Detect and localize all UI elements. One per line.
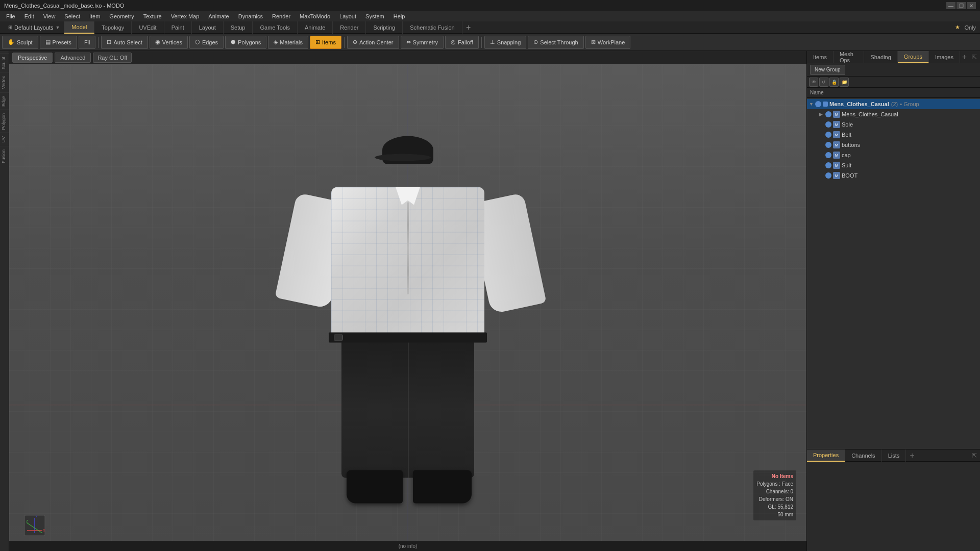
- sidebar-edge[interactable]: Edge: [0, 92, 9, 110]
- tab-scripting[interactable]: Scripting: [366, 21, 403, 34]
- tree-chevron-7: [819, 173, 825, 178]
- ray-gl-button[interactable]: Ray GL: Off: [93, 53, 132, 63]
- add-tab-button[interactable]: +: [462, 21, 475, 34]
- tab-groups[interactable]: Groups: [898, 51, 929, 63]
- select-through-button[interactable]: ⊙ Select Through: [528, 36, 583, 49]
- action-center-button[interactable]: ⊕ Action Center: [347, 36, 399, 49]
- bottom-expand-button[interactable]: ⇱: [972, 452, 980, 459]
- tab-items[interactable]: Items: [807, 51, 834, 63]
- viewport[interactable]: Perspective Advanced Ray GL: Off ⌂ ⊞ ⚙ 📷…: [9, 51, 806, 551]
- group-refresh-button[interactable]: ↺: [819, 78, 828, 87]
- tree-item-sole[interactable]: M Sole: [807, 119, 980, 130]
- menu-view[interactable]: View: [39, 13, 60, 20]
- tab-shading[interactable]: Shading: [864, 51, 897, 63]
- group-eye-button[interactable]: 👁: [809, 78, 818, 87]
- tree-item-suit[interactable]: M Suit: [807, 160, 980, 170]
- sidebar-polygon[interactable]: Polygon: [0, 110, 9, 133]
- fil-button[interactable]: Fil: [79, 36, 96, 49]
- new-group-button[interactable]: New Group: [810, 65, 845, 75]
- tab-uvedit[interactable]: UVEdit: [132, 21, 164, 34]
- sculpt-button[interactable]: ✋ Sculpt: [2, 36, 38, 49]
- sculpt-icon: ✋: [8, 39, 15, 45]
- auto-select-icon: ⊡: [107, 39, 111, 45]
- tab-setup[interactable]: Setup: [224, 21, 253, 34]
- sidebar-vertex[interactable]: Vertex: [0, 72, 9, 92]
- vertices-label: Vertices: [162, 39, 182, 45]
- falloff-button[interactable]: ◎ Falloff: [445, 36, 479, 49]
- add-bottom-tab-button[interactable]: +: [906, 449, 918, 462]
- vertices-button[interactable]: ◉ Vertices: [150, 36, 188, 49]
- menu-file[interactable]: File: [2, 13, 19, 20]
- tab-game-tools[interactable]: Game Tools: [253, 21, 298, 34]
- svg-text:X: X: [43, 529, 45, 532]
- tree-label-2: Sole: [842, 121, 853, 128]
- auto-select-button[interactable]: ⊡ Auto Select: [101, 36, 148, 49]
- items-button[interactable]: ⊞ Items: [310, 36, 341, 49]
- tab-properties[interactable]: Properties: [807, 449, 845, 462]
- tab-lists[interactable]: Lists: [882, 449, 906, 462]
- sidebar-fusion[interactable]: Fusion: [0, 146, 9, 166]
- minimize-button[interactable]: —: [946, 2, 955, 9]
- menu-help[interactable]: Help: [389, 13, 409, 20]
- edges-button[interactable]: ⬡ Edges: [189, 36, 224, 49]
- menu-vertex-map[interactable]: Vertex Map: [167, 13, 204, 20]
- tab-layout[interactable]: Layout: [192, 21, 224, 34]
- presets-label: Presets: [53, 39, 71, 45]
- tree-item-mens-clothes[interactable]: ▶ M Mens_Clothes_Casual: [807, 109, 980, 119]
- viewport-advanced-tab[interactable]: Advanced: [55, 53, 91, 63]
- viewport-perspective-tab[interactable]: Perspective: [12, 53, 53, 63]
- close-button[interactable]: ✕: [967, 2, 976, 9]
- menu-select[interactable]: Select: [60, 13, 84, 20]
- tab-animate[interactable]: Animate: [298, 21, 333, 34]
- tab-mesh-ops[interactable]: Mesh Ops: [834, 51, 865, 63]
- symmetry-button[interactable]: ⇔ Symmetry: [401, 36, 444, 49]
- polygons-button[interactable]: ⬢ Polygons: [225, 36, 266, 49]
- tree-item-buttons[interactable]: M buttons: [807, 140, 980, 150]
- menu-layout[interactable]: Layout: [335, 13, 360, 20]
- group-lock-button[interactable]: 🔒: [829, 78, 839, 87]
- titlebar: Mens_Clothes_Casual_modo_base.lxo - MODO…: [0, 0, 980, 11]
- tree-item-boot[interactable]: M BOOT: [807, 170, 980, 181]
- tree-label-3: Belt: [842, 132, 851, 138]
- tab-paint[interactable]: Paint: [164, 21, 192, 34]
- snapping-button[interactable]: ⊥ Snapping: [484, 36, 527, 49]
- workplane-button[interactable]: ⊠ WorkPlane: [585, 36, 631, 49]
- default-layouts-label[interactable]: Default Layouts: [14, 24, 53, 31]
- select-through-icon: ⊙: [533, 39, 538, 45]
- tree-item-belt[interactable]: M Belt: [807, 130, 980, 140]
- menu-maxtomodo[interactable]: MaxToModo: [296, 13, 334, 20]
- visibility-3: [825, 132, 831, 138]
- tree-chevron-6: [819, 163, 825, 168]
- menu-item[interactable]: Item: [85, 13, 104, 20]
- tab-model[interactable]: Model: [64, 21, 94, 34]
- tree-item-cap[interactable]: M cap: [807, 150, 980, 160]
- items-label: Items: [322, 39, 336, 45]
- tab-topology[interactable]: Topology: [94, 21, 132, 34]
- menu-texture[interactable]: Texture: [139, 13, 166, 20]
- menu-animate[interactable]: Animate: [204, 13, 233, 20]
- materials-button[interactable]: ◈ Materials: [268, 36, 308, 49]
- polygons-text: Polygons : Face: [756, 480, 793, 488]
- menu-edit[interactable]: Edit: [20, 13, 38, 20]
- menu-geometry[interactable]: Geometry: [105, 13, 138, 20]
- tree-item-root[interactable]: ▼ Mens_Clothes_Casual (2) • Group: [807, 99, 980, 109]
- only-label[interactable]: Only: [964, 24, 976, 31]
- tab-channels[interactable]: Channels: [845, 449, 881, 462]
- menu-dynamics[interactable]: Dynamics: [234, 13, 267, 20]
- sidebar-uv[interactable]: UV: [0, 133, 9, 146]
- panel-expand-button[interactable]: ⇱: [969, 54, 980, 61]
- add-panel-tab-button[interactable]: +: [960, 51, 969, 63]
- default-layouts-chevron[interactable]: ▼: [55, 25, 60, 30]
- action-center-icon: ⊕: [353, 39, 357, 45]
- menu-system[interactable]: System: [361, 13, 388, 20]
- sidebar-sculpt[interactable]: Sculpt: [0, 53, 9, 72]
- group-folder-button[interactable]: 📁: [840, 78, 849, 87]
- maximize-button[interactable]: ❐: [957, 2, 966, 9]
- tab-render[interactable]: Render: [333, 21, 366, 34]
- presets-button[interactable]: ▤ Presets: [40, 36, 77, 49]
- mesh-icon-7: M: [833, 172, 840, 179]
- tab-images[interactable]: Images: [929, 51, 960, 63]
- menu-render[interactable]: Render: [268, 13, 295, 20]
- tab-schematic-fusion[interactable]: Schematic Fusion: [403, 21, 462, 34]
- groups-tree[interactable]: ▼ Mens_Clothes_Casual (2) • Group ▶ M Me…: [807, 98, 980, 449]
